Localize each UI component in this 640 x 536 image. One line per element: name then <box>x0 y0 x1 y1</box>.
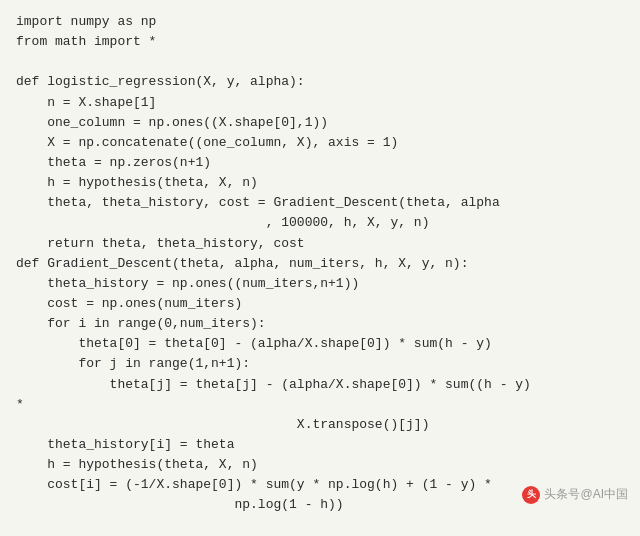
code-block: import numpy as np from math import * de… <box>16 12 624 516</box>
watermark-text: 头条号@AI中国 <box>544 485 628 504</box>
code-container: import numpy as np from math import * de… <box>0 0 640 536</box>
watermark-logo: 头 <box>522 486 540 504</box>
watermark: 头 头条号@AI中国 <box>522 485 628 504</box>
